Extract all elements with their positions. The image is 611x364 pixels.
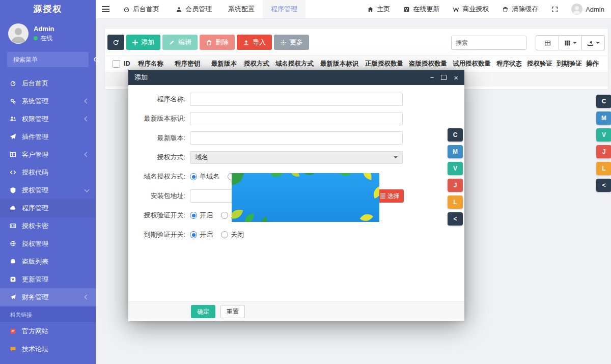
- reset-button[interactable]: 重置: [220, 305, 245, 318]
- column-header[interactable]: 程序状态: [495, 60, 525, 68]
- version-input[interactable]: [190, 131, 403, 145]
- quick-button-j[interactable]: J: [596, 145, 611, 158]
- sidebar-search-input[interactable]: [12, 55, 93, 64]
- sidebar-section-links: 相关链接: [0, 307, 96, 322]
- sidebar-item-plugin[interactable]: 插件管理: [0, 128, 96, 146]
- delete-button[interactable]: 删除: [200, 35, 235, 50]
- quick-button-j[interactable]: J: [448, 179, 463, 192]
- tab-system-config[interactable]: 系统配置: [220, 0, 263, 18]
- user-name: Admin: [34, 25, 54, 33]
- sidebar-search[interactable]: [7, 52, 89, 67]
- column-header[interactable]: 操作: [585, 60, 605, 68]
- idcard-icon: [10, 222, 16, 229]
- radio-on-label: 开启: [200, 211, 213, 220]
- nav-home[interactable]: 主页: [360, 0, 397, 18]
- home-icon: [367, 6, 374, 13]
- sidebar-item-finance[interactable]: 财务管理: [0, 288, 96, 306]
- quick-button-m[interactable]: M: [448, 145, 463, 158]
- avatar: [8, 23, 29, 44]
- tab-program-manage[interactable]: 程序管理: [263, 0, 306, 18]
- quick-button-l[interactable]: L: [448, 195, 463, 209]
- dashboard-icon: [123, 6, 130, 13]
- tab-dashboard[interactable]: 后台首页: [115, 0, 168, 18]
- quick-button-l[interactable]: L: [596, 162, 611, 175]
- maximize-icon[interactable]: [441, 75, 447, 80]
- refresh-button[interactable]: [107, 35, 124, 50]
- sidebar-link-official-site[interactable]: 官方网站: [0, 322, 96, 340]
- column-header[interactable]: 正版授权数量: [364, 60, 407, 68]
- column-header[interactable]: 授权方式: [242, 60, 274, 68]
- program-name-input[interactable]: [190, 93, 403, 106]
- sidebar-item-system[interactable]: 系统管理: [0, 92, 96, 110]
- quick-collapse-button[interactable]: <: [596, 179, 611, 192]
- sidebar-item-update-manage[interactable]: 更新管理: [0, 270, 96, 288]
- more-button[interactable]: 更多: [274, 35, 309, 50]
- quick-button-c[interactable]: C: [448, 128, 463, 142]
- nav-clear-cache[interactable]: 清除缓存: [495, 0, 545, 18]
- radio-off-label: 关闭: [231, 230, 244, 239]
- column-header[interactable]: 授权验证: [525, 60, 555, 68]
- user-panel: Admin 在线: [0, 18, 96, 47]
- shield-icon: [10, 187, 16, 193]
- sidebar-item-permission[interactable]: 权限管理: [0, 110, 96, 128]
- sidebar-item-auth-manage2[interactable]: 授权管理: [0, 235, 96, 253]
- table-search-input[interactable]: [451, 36, 526, 50]
- quick-button-v[interactable]: V: [448, 162, 463, 175]
- radio-auth-verify-off[interactable]: [221, 212, 228, 219]
- sidebar-item-program-manage[interactable]: 程序管理: [0, 199, 96, 217]
- close-icon[interactable]: ×: [454, 74, 458, 81]
- columns-button[interactable]: [559, 35, 582, 50]
- select-all-checkbox[interactable]: [105, 60, 122, 68]
- radio-expire-verify-on[interactable]: [190, 231, 197, 238]
- dialog-body: 程序名称: 最新版本标识: 最新版本: 授权方式: 域名 域名授权方式: 单域名…: [128, 85, 464, 301]
- cloud-icon: [10, 205, 16, 211]
- sidebar-item-auth-code[interactable]: 授权代码: [0, 163, 96, 181]
- radio-auth-verify-on[interactable]: [190, 212, 197, 219]
- auth-method-select[interactable]: 域名: [190, 151, 403, 164]
- import-button[interactable]: 导入: [237, 35, 272, 50]
- dialog-titlebar[interactable]: 添加 − ×: [128, 70, 464, 85]
- nav-online-update[interactable]: 在线更新: [397, 0, 446, 18]
- hamburger-icon[interactable]: [96, 0, 115, 18]
- column-header[interactable]: 最新版本标识: [319, 60, 364, 68]
- pirate-icon: [10, 258, 16, 265]
- nav-user[interactable]: Admin: [565, 0, 611, 18]
- minimize-icon[interactable]: −: [430, 74, 434, 81]
- quick-collapse-button[interactable]: <: [448, 212, 463, 226]
- tab-members[interactable]: 会员管理: [168, 0, 220, 18]
- column-header[interactable]: 程序密钥: [173, 60, 210, 68]
- confirm-button[interactable]: 确定: [191, 305, 215, 318]
- radio-single-domain[interactable]: [190, 173, 197, 180]
- add-button[interactable]: 添加: [126, 35, 160, 50]
- column-header[interactable]: 试用授权数量: [451, 60, 495, 68]
- sidebar-item-pirate-list[interactable]: 盗版列表: [0, 253, 96, 270]
- quick-button-c[interactable]: C: [596, 95, 611, 108]
- version-tag-input[interactable]: [190, 112, 403, 125]
- fullscreen-icon[interactable]: [545, 0, 565, 18]
- column-header[interactable]: 最新版本: [210, 60, 242, 68]
- sidebar-link-forum[interactable]: 技术论坛: [0, 340, 96, 358]
- sidebar-item-auth-card[interactable]: 授权卡密: [0, 217, 96, 235]
- column-header-id[interactable]: ID: [122, 60, 136, 67]
- toggle-view-button[interactable]: [536, 35, 559, 50]
- radio-expire-verify-off[interactable]: [221, 231, 228, 238]
- column-header[interactable]: 到期验证: [555, 60, 585, 68]
- code-icon: [10, 169, 16, 176]
- column-header[interactable]: 域名授权方式: [274, 60, 319, 68]
- quick-button-v[interactable]: V: [596, 128, 611, 142]
- table-header: ID 程序名称 程序密钥 最新版本 授权方式 域名授权方式 最新版本标识 正版授…: [105, 55, 608, 71]
- sidebar-item-customer[interactable]: 客户管理: [0, 146, 96, 163]
- search-icon[interactable]: [93, 57, 100, 63]
- sidebar-item-dashboard[interactable]: 后台首页: [0, 74, 96, 92]
- quick-button-m[interactable]: M: [596, 111, 611, 125]
- export-button[interactable]: [582, 35, 605, 50]
- edit-button[interactable]: 编辑: [162, 35, 198, 50]
- user-icon: [176, 6, 182, 13]
- column-header[interactable]: 程序名称: [136, 60, 173, 68]
- gears-icon: [10, 98, 16, 104]
- radio-on-label: 开启: [200, 230, 213, 239]
- nav-commercial-license[interactable]: 商业授权: [446, 0, 495, 18]
- column-header[interactable]: 盗版授权数量: [407, 60, 451, 68]
- choose-file-button[interactable]: 选择: [376, 189, 404, 203]
- sidebar-item-auth-manage[interactable]: 授权管理: [0, 181, 96, 199]
